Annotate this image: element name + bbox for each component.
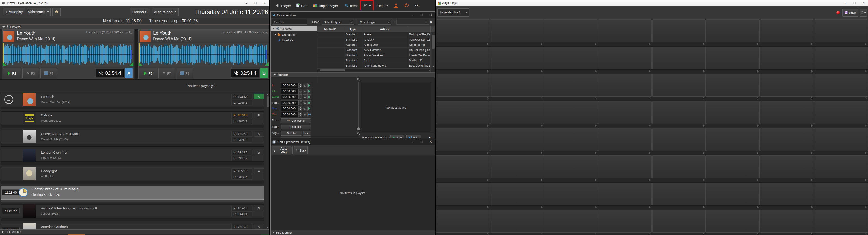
jingle-pad[interactable] [544,101,598,124]
spinner-up-icon[interactable] [299,112,302,114]
pad-resize-handle-icon[interactable] [487,179,489,181]
jingle-pad[interactable] [490,101,544,124]
spinner-up-icon[interactable] [299,106,302,108]
jingle-pad[interactable] [760,128,814,151]
tree-item-all-items[interactable]: All items [271,26,316,31]
pad-resize-handle-icon[interactable] [703,70,705,73]
jingle-pad[interactable] [814,128,868,151]
jingle-pad[interactable] [706,74,760,97]
pad-resize-handle-icon[interactable] [703,124,705,127]
pad-resize-handle-icon[interactable] [757,97,758,100]
jingle-pad[interactable] [652,183,706,205]
toolbar-item-player[interactable]: Player [276,3,291,9]
pad-resize-handle-icon[interactable] [487,152,489,154]
jingle-pad[interactable] [814,20,868,42]
toolbar-item-cart[interactable]: Cart [296,3,308,9]
table-cell[interactable]: Standard [344,43,362,48]
scroll-up-icon[interactable]: ▲ [266,93,269,96]
table-cell[interactable]: Rolling In The Deep [407,32,431,37]
pad-resize-handle-icon[interactable] [595,179,597,181]
jingle-pad[interactable] [490,47,544,69]
pad-resize-handle-icon[interactable] [811,206,813,208]
pad-resize-handle-icon[interactable] [757,70,758,73]
scroll-down-icon[interactable]: ▼ [266,227,269,229]
playlist-row[interactable]: JingleCaliopeWeb Address 1N:00:09.0L:00:… [1,111,264,124]
jingle-pad[interactable] [814,183,868,205]
spinner-down-icon[interactable] [299,114,302,117]
pad-resize-handle-icon[interactable] [865,70,867,73]
table-cell[interactable]: Agnes Obel [362,43,407,48]
pad-resize-handle-icon[interactable] [487,233,489,235]
maximize-icon[interactable]: □ [417,12,426,18]
pad-resize-handle-icon[interactable] [757,124,758,127]
toolbar-item-items[interactable]: Items [345,3,359,9]
zoom-slider-thumb[interactable] [357,127,360,130]
jingle-pad[interactable] [652,210,706,233]
jingle-pad[interactable] [598,210,652,233]
type-filter-dropdown[interactable]: Select a type [322,19,354,25]
table-cell[interactable]: Matilda '12 [407,58,431,63]
table-cell[interactable]: Ten Feet Tall feat. W [407,37,431,43]
pad-resize-handle-icon[interactable] [487,43,489,45]
pad-resize-handle-icon[interactable] [703,97,705,100]
scrollbar-thumb[interactable] [267,96,269,107]
table-cell[interactable] [317,58,344,63]
table-cell[interactable]: Standard [344,53,362,58]
player-stop-button[interactable]: F8 [177,68,193,78]
spinner-up-icon[interactable] [299,100,302,103]
jingle-pad[interactable] [436,101,490,124]
table-cell[interactable]: Alex Gardner [362,48,407,53]
scroll-up-icon[interactable]: ▲ [431,32,435,35]
jingle-pad[interactable] [814,101,868,124]
jingle-pad[interactable] [814,47,868,69]
pad-resize-handle-icon[interactable] [811,124,813,127]
cue-play-button[interactable] [308,106,311,111]
table-cell[interactable]: Standard [344,37,362,43]
tree-item-categories[interactable]: Categories [271,32,316,37]
player-stop-button[interactable]: F4 [40,68,57,78]
playlist-row[interactable]: 11:29:27matrix & futurebound & max marsh… [1,204,264,217]
table-cell[interactable] [317,48,344,53]
close-icon[interactable]: ✕ [426,139,435,145]
jingle-pad[interactable] [544,20,598,42]
jingle-pad[interactable] [490,210,544,233]
pad-resize-handle-icon[interactable] [649,206,651,208]
column-header[interactable]: Media ID [317,26,344,32]
auto-reload-button[interactable]: Auto reload ⟳ [152,8,179,16]
pad-resize-handle-icon[interactable] [649,152,651,154]
close-icon[interactable]: ✕ [426,12,435,18]
jingle-pad[interactable] [598,74,652,97]
playlist-row[interactable]: HeavylightAll For MeN:03:23.0L:03:23.7A [1,167,264,180]
zoom-slider-track[interactable] [359,82,359,129]
spinner-down-icon[interactable] [299,85,302,88]
table-cell[interactable] [317,37,344,43]
player-waveform[interactable] [3,43,133,67]
jingle-pad[interactable] [814,74,868,97]
expand-filters-button[interactable]: » [430,20,432,24]
pad-resize-handle-icon[interactable] [595,233,597,235]
pad-resize-handle-icon[interactable] [757,43,758,45]
column-header[interactable] [407,26,431,32]
pad-resize-handle-icon[interactable] [541,233,542,235]
jingle-pad[interactable] [652,20,706,42]
scrollbar-thumb[interactable] [320,69,345,71]
pad-resize-handle-icon[interactable] [595,124,597,127]
pad-resize-handle-icon[interactable] [649,124,651,127]
pad-resize-handle-icon[interactable] [865,233,867,235]
toolbar-item-jingle-player[interactable]: Jingle Player [313,3,338,9]
scroll-right-icon[interactable]: › [429,69,430,71]
cue-waveform-button[interactable] [303,100,307,105]
jingle-pad[interactable] [706,128,760,151]
spinner-up-icon[interactable] [299,83,302,85]
jingle-pad[interactable] [706,210,760,233]
minimize-icon[interactable]: – [408,139,417,145]
jingle-pad[interactable] [436,74,490,97]
pad-resize-handle-icon[interactable] [865,206,867,208]
pad-resize-handle-icon[interactable] [757,206,758,208]
pad-resize-handle-icon[interactable] [811,97,813,100]
minimize-icon[interactable]: – [408,12,417,18]
playlist-row[interactable]: 11:33:09American AuthorsN:03:10.9A [1,223,264,229]
pad-resize-handle-icon[interactable] [865,179,867,181]
spinner-down-icon[interactable] [299,103,302,105]
tree-item-userlists[interactable]: Userlists [271,37,316,43]
